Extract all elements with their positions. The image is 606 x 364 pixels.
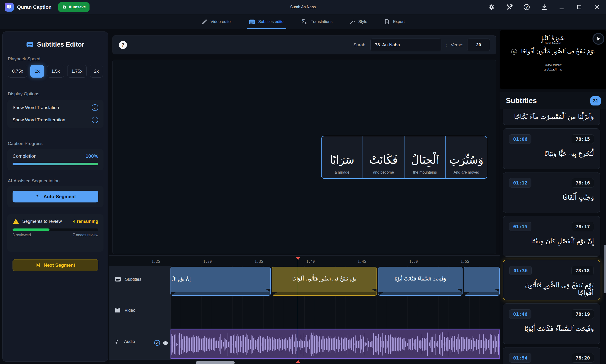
subtitle-card[interactable]: 01:3678:18يَوْمَ يُنفَخُ فِى ٱلصُّورِ فَ… <box>503 260 600 300</box>
film-icon <box>115 307 121 313</box>
audio-track-controls <box>154 340 169 346</box>
subtitle-card[interactable]: 01:4678:19وَفُتِحَتِ ٱلسَّمَآءُ فَكَانَت… <box>503 303 600 344</box>
caption-word-group[interactable]: سَرَابًاa mirageفَكَانَتْand becomeٱلْجِ… <box>321 136 487 179</box>
settings-button[interactable] <box>486 2 497 12</box>
ayah-number-mark: ١٨ <box>511 49 517 55</box>
track-label-video: Video <box>115 307 136 313</box>
export-icon <box>384 19 390 25</box>
segments-review-card: Segments to review 4 remaining 3 reviewe… <box>7 214 103 252</box>
titlebar-actions: ? <box>486 0 603 14</box>
display-option-row: Show Word Transliteration <box>7 114 103 126</box>
timeline-horizontal-scrollbar[interactable] <box>196 361 235 364</box>
ruler-tick: 1:25 <box>152 260 160 264</box>
timeline-segment[interactable]: إِنَّ يَوْمَ ٱلْ <box>170 267 271 296</box>
subtitle-card-badges: 01:4678:19 <box>509 309 594 319</box>
captions-icon <box>115 276 121 283</box>
caption-word-cell[interactable]: وَسُيِّرَتِAnd are moved <box>445 136 487 178</box>
playhead-top-handle[interactable] <box>296 257 301 260</box>
video-preview[interactable]: سُورَةُ ٱلنَّبَإِ Surah An-Naba يَوْمَ ي… <box>500 30 606 89</box>
sidebar-title: Subtitles Editor <box>37 41 84 48</box>
tab-translations[interactable]: XATranslations <box>300 14 334 29</box>
minimize-button[interactable] <box>556 2 568 12</box>
caption-word-cell[interactable]: فَكَانَتْand become <box>363 136 404 178</box>
tab-style[interactable]: Style <box>348 14 369 29</box>
speed-2x-button[interactable]: 2x <box>90 65 103 78</box>
download-button[interactable] <box>538 2 550 12</box>
subtitles-editor-sidebar: Subtitles Editor Playback Speed 0.75x1x1… <box>2 31 108 362</box>
captions-icon <box>26 41 34 48</box>
caption-word-translation: the mountains <box>413 170 437 175</box>
subtitle-verse-badge: 78:18 <box>571 266 594 275</box>
close-icon <box>593 4 600 10</box>
subtitle-card[interactable]: 01:5478:20 <box>503 347 600 364</box>
segment-resize-handle[interactable] <box>171 292 270 295</box>
speed-1.5x-button[interactable]: 1.5x <box>47 65 64 78</box>
caption-word-cell[interactable]: ٱلْجِبَالُthe mountains <box>404 136 445 178</box>
tab-video-editor[interactable]: Video editor <box>200 14 233 29</box>
timeline-segment[interactable] <box>464 267 500 296</box>
completion-value: 100% <box>85 153 98 159</box>
tab-label: Export <box>393 19 405 24</box>
autosave-badge[interactable]: Autosave <box>58 2 90 12</box>
display-option-row: Show Word Translation✓ <box>7 102 103 114</box>
verse-input[interactable]: 20 <box>467 39 490 51</box>
speed-0.75x-button[interactable]: 0.75x <box>8 65 27 78</box>
tab-subtitles-editor[interactable]: Subtitles editor <box>247 14 286 29</box>
surah-input[interactable]: 78. An-Naba <box>370 39 441 51</box>
track-label-text: Audio <box>124 339 135 344</box>
subtitle-time-badge: 01:06 <box>509 134 531 144</box>
tools-button[interactable] <box>503 2 515 12</box>
next-segment-button[interactable]: Next Segment <box>13 259 98 271</box>
waveform-bars-icon[interactable] <box>163 340 169 346</box>
translate-icon: XA <box>302 19 308 25</box>
reciter-name-en: Badr Al-Mishary <box>500 64 606 66</box>
subtitle-card-badges: 01:1278:16 <box>509 178 594 188</box>
speed-1x-button[interactable]: 1x <box>30 65 44 78</box>
caption-word-arabic: وَسُيِّرَتِ <box>450 151 483 169</box>
subtitle-card[interactable]: 01:1578:17إِنَّ يَوْمَ ٱلْفَصْلِ كَانَ م… <box>503 216 600 257</box>
tools-icon <box>506 3 513 11</box>
timeline-segment-selected[interactable]: يَوْمَ يُنفَخُ فِى ٱلصُّورِ فَتَأْتُونَ … <box>272 267 377 296</box>
tab-label: Translations <box>311 19 332 24</box>
surah-ornament-subtitle: Surah An-Naba <box>500 42 606 44</box>
subtitle-card[interactable]: 01:1278:16وَجَنَّٰتٍ أَلْفَافًا <box>503 172 600 213</box>
maximize-button[interactable] <box>573 2 585 12</box>
ruler-tick: 1:55 <box>461 260 469 264</box>
settings-icon <box>488 3 495 11</box>
caption-word-arabic: سَرَابًا <box>330 151 355 169</box>
timeline-segment[interactable]: وَفُتِحَتِ ٱلسَّمَآءُ فَكَانَتْ أَبْوَٰب… <box>378 267 463 296</box>
app-logo-book-icon <box>5 3 14 12</box>
display-option-label: Show Word Transliteration <box>13 117 65 122</box>
subtitle-time-badge: 01:54 <box>509 353 531 363</box>
title-bar: Quran Caption Autosave Surah An Naba ? <box>0 0 606 14</box>
ruler-tick: 1:50 <box>409 260 418 264</box>
segment-resize-handle[interactable] <box>464 292 499 295</box>
subtitles-list-scrollbar[interactable] <box>604 245 606 293</box>
checkbox-checked-icon[interactable]: ✓ <box>92 104 98 111</box>
speed-1.75x-button[interactable]: 1.75x <box>67 65 87 78</box>
checkbox-unchecked-icon[interactable] <box>92 117 98 123</box>
tab-export[interactable]: Export <box>383 14 406 29</box>
captions-icon <box>249 18 255 25</box>
segment-resize-handle[interactable] <box>378 292 462 295</box>
caption-word-cell[interactable]: سَرَابًاa mirage <box>322 136 363 178</box>
playhead[interactable] <box>298 257 298 363</box>
segment-resize-handle[interactable] <box>272 292 376 295</box>
help-button[interactable]: ? <box>119 41 127 49</box>
display-options-card: Show Word Translation✓Show Word Translit… <box>7 100 103 128</box>
track-label-audio: Audio <box>115 339 135 344</box>
review-progress-bar <box>13 228 98 231</box>
playhead-bottom-handle[interactable] <box>296 360 301 363</box>
audio-waveform-clip[interactable] <box>170 329 500 359</box>
editor-header-bar: ? Surah: 78. An-Naba : Verse: 20 <box>112 36 496 54</box>
subtitle-card[interactable]: وَأَنزَلْنَا مِنَ ٱلْمُعْصِرَٰتِ مَآءً ث… <box>503 109 600 125</box>
playback-speed-label: Playback Speed <box>8 56 40 62</box>
segment-arabic-text: وَفُتِحَتِ ٱلسَّمَآءُ فَكَانَتْ أَبْوَٰب… <box>378 276 462 282</box>
subtitle-card[interactable]: 01:0678:15لِّنُخْرِجَ بِهِۦ حَبًّا وَنَب… <box>503 129 600 169</box>
close-button[interactable] <box>591 2 603 12</box>
auto-segment-button[interactable]: Auto-Segment <box>13 191 98 202</box>
help-button[interactable]: ? <box>521 2 533 12</box>
skip-next-icon <box>36 262 41 268</box>
check-circle-icon[interactable] <box>154 340 160 346</box>
play-button[interactable] <box>592 33 604 45</box>
